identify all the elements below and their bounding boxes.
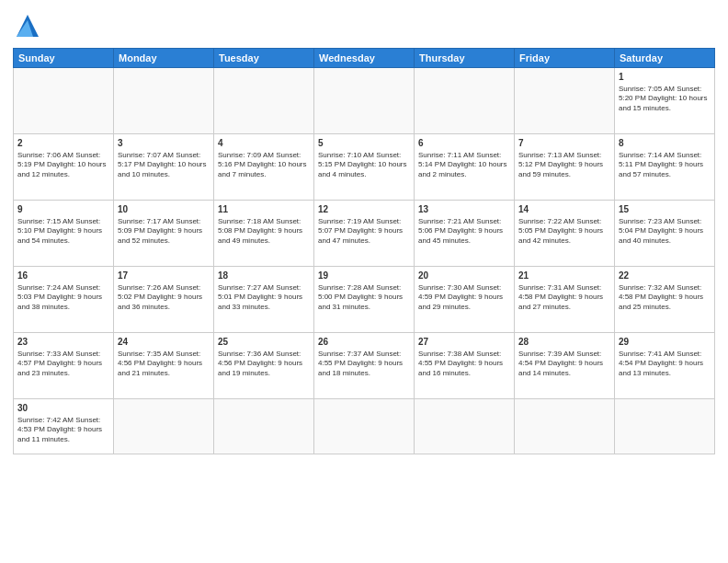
page: SundayMondayTuesdayWednesdayThursdayFrid… <box>0 0 728 563</box>
calendar-cell: 19Sunrise: 7:28 AM Sunset: 5:00 PM Dayli… <box>314 267 415 333</box>
week-row-5: 23Sunrise: 7:33 AM Sunset: 4:57 PM Dayli… <box>14 333 715 399</box>
weekday-header-row: SundayMondayTuesdayWednesdayThursdayFrid… <box>14 49 715 68</box>
day-number: 19 <box>318 270 410 282</box>
day-number: 25 <box>218 336 310 349</box>
weekday-header-monday: Monday <box>114 49 214 68</box>
day-info: Sunrise: 7:39 AM Sunset: 4:54 PM Dayligh… <box>518 350 610 379</box>
day-info: Sunrise: 7:15 AM Sunset: 5:10 PM Dayligh… <box>17 217 109 247</box>
weekday-header-friday: Friday <box>515 49 615 68</box>
calendar-cell <box>314 399 415 454</box>
day-number: 6 <box>418 137 510 150</box>
weekday-header-saturday: Saturday <box>615 49 715 68</box>
day-number: 7 <box>518 137 610 150</box>
day-number: 24 <box>118 336 210 349</box>
weekday-header-wednesday: Wednesday <box>314 49 415 68</box>
day-number: 15 <box>619 203 711 216</box>
calendar-cell: 25Sunrise: 7:36 AM Sunset: 4:56 PM Dayli… <box>214 333 314 399</box>
day-number: 9 <box>17 203 109 216</box>
day-number: 17 <box>118 270 210 282</box>
day-info: Sunrise: 7:24 AM Sunset: 5:03 PM Dayligh… <box>17 283 109 313</box>
calendar-cell: 3Sunrise: 7:07 AM Sunset: 5:17 PM Daylig… <box>114 134 214 201</box>
week-row-3: 9Sunrise: 7:15 AM Sunset: 5:10 PM Daylig… <box>14 201 715 267</box>
logo <box>13 11 46 40</box>
calendar: SundayMondayTuesdayWednesdayThursdayFrid… <box>13 48 715 454</box>
calendar-cell: 24Sunrise: 7:35 AM Sunset: 4:56 PM Dayli… <box>114 333 214 399</box>
calendar-cell <box>214 68 314 134</box>
day-number: 23 <box>17 336 109 349</box>
week-row-1: 1Sunrise: 7:05 AM Sunset: 5:20 PM Daylig… <box>14 68 715 134</box>
day-number: 3 <box>118 137 210 150</box>
day-number: 12 <box>318 203 410 216</box>
day-info: Sunrise: 7:18 AM Sunset: 5:08 PM Dayligh… <box>218 217 310 247</box>
calendar-cell <box>615 399 715 454</box>
day-number: 29 <box>619 336 711 349</box>
day-number: 18 <box>218 270 310 282</box>
calendar-cell: 10Sunrise: 7:17 AM Sunset: 5:09 PM Dayli… <box>114 201 214 267</box>
calendar-cell: 20Sunrise: 7:30 AM Sunset: 4:59 PM Dayli… <box>415 267 515 333</box>
weekday-header-tuesday: Tuesday <box>214 49 314 68</box>
day-info: Sunrise: 7:19 AM Sunset: 5:07 PM Dayligh… <box>318 217 410 247</box>
day-info: Sunrise: 7:06 AM Sunset: 5:19 PM Dayligh… <box>17 151 109 180</box>
day-number: 8 <box>619 137 711 150</box>
day-info: Sunrise: 7:05 AM Sunset: 5:20 PM Dayligh… <box>619 85 711 114</box>
day-info: Sunrise: 7:09 AM Sunset: 5:16 PM Dayligh… <box>218 151 310 180</box>
day-number: 26 <box>318 336 410 349</box>
day-info: Sunrise: 7:31 AM Sunset: 4:58 PM Dayligh… <box>518 283 610 313</box>
day-info: Sunrise: 7:35 AM Sunset: 4:56 PM Dayligh… <box>118 350 210 379</box>
calendar-cell: 22Sunrise: 7:32 AM Sunset: 4:58 PM Dayli… <box>615 267 715 333</box>
day-info: Sunrise: 7:11 AM Sunset: 5:14 PM Dayligh… <box>418 151 510 180</box>
calendar-cell: 30Sunrise: 7:42 AM Sunset: 4:53 PM Dayli… <box>14 399 114 454</box>
day-info: Sunrise: 7:37 AM Sunset: 4:55 PM Dayligh… <box>318 350 410 379</box>
calendar-cell: 15Sunrise: 7:23 AM Sunset: 5:04 PM Dayli… <box>615 201 715 267</box>
day-info: Sunrise: 7:17 AM Sunset: 5:09 PM Dayligh… <box>118 217 210 247</box>
day-info: Sunrise: 7:27 AM Sunset: 5:01 PM Dayligh… <box>218 283 310 313</box>
week-row-2: 2Sunrise: 7:06 AM Sunset: 5:19 PM Daylig… <box>14 134 715 201</box>
day-info: Sunrise: 7:26 AM Sunset: 5:02 PM Dayligh… <box>118 283 210 313</box>
day-number: 1 <box>619 71 711 84</box>
calendar-cell: 7Sunrise: 7:13 AM Sunset: 5:12 PM Daylig… <box>515 134 615 201</box>
week-row-4: 16Sunrise: 7:24 AM Sunset: 5:03 PM Dayli… <box>14 267 715 333</box>
day-number: 20 <box>418 270 510 282</box>
calendar-cell <box>314 68 415 134</box>
day-number: 27 <box>418 336 510 349</box>
day-number: 16 <box>17 270 109 282</box>
calendar-cell: 26Sunrise: 7:37 AM Sunset: 4:55 PM Dayli… <box>314 333 415 399</box>
day-info: Sunrise: 7:13 AM Sunset: 5:12 PM Dayligh… <box>518 151 610 180</box>
day-info: Sunrise: 7:23 AM Sunset: 5:04 PM Dayligh… <box>619 217 711 247</box>
day-info: Sunrise: 7:14 AM Sunset: 5:11 PM Dayligh… <box>619 151 711 180</box>
weekday-header-thursday: Thursday <box>415 49 515 68</box>
day-info: Sunrise: 7:36 AM Sunset: 4:56 PM Dayligh… <box>218 350 310 379</box>
calendar-cell: 18Sunrise: 7:27 AM Sunset: 5:01 PM Dayli… <box>214 267 314 333</box>
day-number: 22 <box>619 270 711 282</box>
calendar-cell: 6Sunrise: 7:11 AM Sunset: 5:14 PM Daylig… <box>415 134 515 201</box>
calendar-cell: 23Sunrise: 7:33 AM Sunset: 4:57 PM Dayli… <box>14 333 114 399</box>
day-number: 14 <box>518 203 610 216</box>
day-number: 2 <box>17 137 109 150</box>
day-number: 11 <box>218 203 310 216</box>
day-info: Sunrise: 7:33 AM Sunset: 4:57 PM Dayligh… <box>17 350 109 379</box>
calendar-cell <box>114 399 214 454</box>
day-number: 21 <box>518 270 610 282</box>
calendar-cell: 28Sunrise: 7:39 AM Sunset: 4:54 PM Dayli… <box>515 333 615 399</box>
calendar-cell <box>515 399 615 454</box>
calendar-cell: 21Sunrise: 7:31 AM Sunset: 4:58 PM Dayli… <box>515 267 615 333</box>
day-info: Sunrise: 7:22 AM Sunset: 5:05 PM Dayligh… <box>518 217 610 247</box>
calendar-cell: 1Sunrise: 7:05 AM Sunset: 5:20 PM Daylig… <box>615 68 715 134</box>
calendar-cell: 4Sunrise: 7:09 AM Sunset: 5:16 PM Daylig… <box>214 134 314 201</box>
calendar-cell <box>415 399 515 454</box>
calendar-cell: 17Sunrise: 7:26 AM Sunset: 5:02 PM Dayli… <box>114 267 214 333</box>
day-info: Sunrise: 7:38 AM Sunset: 4:55 PM Dayligh… <box>418 350 510 379</box>
calendar-cell: 27Sunrise: 7:38 AM Sunset: 4:55 PM Dayli… <box>415 333 515 399</box>
calendar-cell: 5Sunrise: 7:10 AM Sunset: 5:15 PM Daylig… <box>314 134 415 201</box>
calendar-cell: 9Sunrise: 7:15 AM Sunset: 5:10 PM Daylig… <box>14 201 114 267</box>
calendar-cell: 2Sunrise: 7:06 AM Sunset: 5:19 PM Daylig… <box>14 134 114 201</box>
week-row-6: 30Sunrise: 7:42 AM Sunset: 4:53 PM Dayli… <box>14 399 715 454</box>
calendar-cell: 11Sunrise: 7:18 AM Sunset: 5:08 PM Dayli… <box>214 201 314 267</box>
day-number: 4 <box>218 137 310 150</box>
day-number: 30 <box>17 402 109 415</box>
header <box>13 11 715 40</box>
day-info: Sunrise: 7:32 AM Sunset: 4:58 PM Dayligh… <box>619 283 711 313</box>
calendar-cell: 12Sunrise: 7:19 AM Sunset: 5:07 PM Dayli… <box>314 201 415 267</box>
calendar-cell: 13Sunrise: 7:21 AM Sunset: 5:06 PM Dayli… <box>415 201 515 267</box>
calendar-cell: 8Sunrise: 7:14 AM Sunset: 5:11 PM Daylig… <box>615 134 715 201</box>
